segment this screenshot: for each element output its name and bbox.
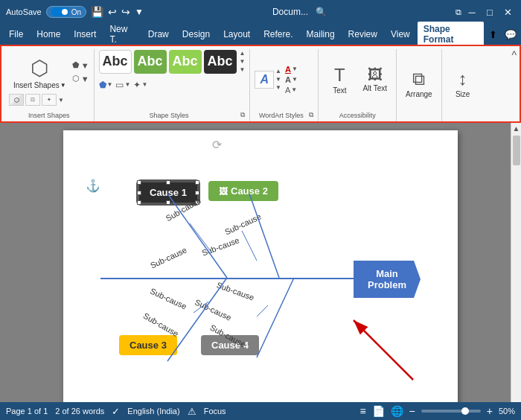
menu-shape-format[interactable]: Shape Format: [418, 22, 484, 47]
autosave-toggle[interactable]: [51, 7, 69, 16]
zoom-percent[interactable]: 50%: [499, 407, 515, 416]
ribbon-collapse-button[interactable]: ^: [511, 49, 517, 61]
menu-review[interactable]: Review: [342, 27, 383, 42]
text-outline-btn[interactable]: A ▼: [285, 75, 298, 84]
cause2-box[interactable]: 🖼 Cause 2: [208, 181, 278, 201]
title-bar: AutoSave On 💾 ↩ ↪ ▼ Docum... 🔍 ⧉ ─ □ ✕: [0, 0, 521, 24]
language-info: English (India): [127, 407, 179, 416]
diagram: Cause 1 🖼 Cause 2 Cause 3: [78, 145, 443, 398]
menu-layout[interactable]: Layout: [217, 27, 256, 42]
undo-icon[interactable]: ↩: [108, 6, 117, 18]
sub-cause-3: Sub-cause: [201, 235, 241, 257]
wordart-styles-group: A ▲ ▼ ▼ A ▼ A ▼ A ▼: [252, 49, 319, 121]
shape-style-black[interactable]: Abc: [204, 50, 237, 74]
alt-text-button[interactable]: 🖼 Alt Text: [358, 65, 391, 94]
shape-fill-dropdown[interactable]: ⬟ ▼: [99, 80, 113, 90]
accessibility-label: Accessibility: [323, 111, 391, 121]
view-mode-icon[interactable]: ≡: [359, 405, 365, 417]
accessibility-group: T Text 🖼 Alt Text Accessibility: [320, 49, 397, 121]
zoom-plus[interactable]: +: [487, 405, 493, 417]
redo-icon[interactable]: ↪: [121, 6, 130, 18]
menu-view[interactable]: View: [385, 27, 416, 42]
autosave-badge[interactable]: On: [46, 6, 86, 18]
text-button[interactable]: T Text: [323, 63, 356, 96]
shape-color-row: ⬡ ⊡ ✦ ▼: [9, 94, 64, 106]
cause2-icon: 🖼: [219, 186, 228, 197]
sub-cause-5: Sub-cause: [149, 286, 188, 311]
menu-insert[interactable]: Insert: [68, 27, 102, 42]
scroll-thumb[interactable]: [513, 136, 520, 165]
accessibility-check-icon[interactable]: ⚠: [188, 406, 196, 417]
insert-shapes-group: ⬡ Insert Shapes ▼ ⬟▼ ⬡▼: [6, 49, 95, 121]
maximize-button[interactable]: □: [482, 4, 497, 19]
arrange-label: Arrange: [406, 90, 432, 98]
autosave-label: AutoSave: [6, 7, 42, 16]
arrange-content: ⧉ Arrange: [401, 49, 437, 118]
zoom-slider[interactable]: [421, 410, 481, 413]
shape-styles-group: Abc Abc Abc Abc ▲ ▼ ▼ ⬟ ▼ ▭ ▼: [96, 49, 251, 121]
menu-refere[interactable]: Refere.: [258, 27, 298, 42]
wordart-expand[interactable]: ⧉: [309, 111, 313, 119]
arrange-group: ⧉ Arrange: [398, 49, 442, 121]
shape-style-yellow-green[interactable]: Abc: [169, 50, 202, 74]
wordart-more[interactable]: ▲ ▼ ▼: [275, 67, 281, 92]
menu-draw[interactable]: Draw: [142, 27, 175, 42]
shape-styles-expand[interactable]: ⧉: [240, 111, 245, 119]
shapes-dropdown-arrow: ▼: [60, 82, 66, 89]
close-button[interactable]: ✕: [500, 4, 515, 19]
menu-file[interactable]: File: [3, 27, 29, 42]
main-line: [100, 278, 361, 279]
svg-line-7: [257, 305, 268, 316]
wordart-preset[interactable]: A: [255, 71, 274, 89]
search-icon[interactable]: 🔍: [316, 7, 327, 17]
status-bar: Page 1 of 1 2 of 26 words ✓ English (Ind…: [0, 402, 521, 420]
text-effects-btn[interactable]: A ▼: [285, 86, 298, 95]
menu-mailing[interactable]: Mailing: [301, 27, 341, 42]
shape-styles-more[interactable]: ▲ ▼ ▼: [240, 49, 246, 74]
menu-home[interactable]: Home: [31, 27, 66, 42]
svg-line-1: [249, 194, 279, 278]
word-count: 2 of 26 words: [55, 407, 104, 416]
sub-cause-2: Sub-cause: [223, 211, 263, 236]
shape-effect-btn[interactable]: ✦: [42, 94, 57, 106]
print-layout-icon[interactable]: 📄: [372, 405, 385, 417]
text-icon: T: [334, 65, 345, 86]
shape-style-green[interactable]: Abc: [134, 50, 167, 74]
doc-name: Docum...: [272, 7, 308, 17]
cause3-label: Cause 3: [130, 340, 167, 351]
sub-cause-4: Sub-cause: [149, 245, 188, 270]
comment-icon[interactable]: 💬: [503, 27, 518, 42]
svg-line-5: [257, 278, 294, 357]
zoom-minus[interactable]: −: [409, 405, 415, 417]
shape-style-white[interactable]: Abc: [99, 50, 132, 74]
text-fill-btn[interactable]: A ▼: [285, 65, 298, 74]
scrollbar-right[interactable]: ▲ ▼: [511, 123, 521, 418]
arrange-button[interactable]: ⧉ Arrange: [401, 67, 437, 100]
shape-more-arrow[interactable]: ▼: [58, 94, 64, 106]
menu-newt[interactable]: New T.: [103, 22, 140, 47]
web-layout-icon[interactable]: 🌐: [391, 405, 403, 417]
cause3-box[interactable]: Cause 3: [119, 335, 177, 355]
shape-fill-btn[interactable]: ⬡: [9, 94, 24, 106]
restore-icon[interactable]: ⧉: [456, 7, 461, 17]
focus-mode[interactable]: Focus: [204, 407, 226, 416]
shape-type-1[interactable]: ⬟▼: [72, 60, 89, 70]
shape-type-2[interactable]: ⬡▼: [72, 74, 89, 83]
shape-effects-dropdown[interactable]: ✦ ▼: [133, 80, 147, 90]
wordart-content: A ▲ ▼ ▼ A ▼ A ▼ A ▼: [255, 49, 313, 111]
size-button[interactable]: ↕ Size: [447, 67, 479, 100]
main-problem-shape[interactable]: MainProblem: [354, 261, 421, 298]
customize-icon[interactable]: ▼: [135, 7, 144, 17]
autosave-on: On: [71, 8, 81, 16]
share-icon[interactable]: ⬆: [485, 27, 500, 42]
shapes-button[interactable]: ⬡ Insert Shapes ▼: [9, 53, 71, 91]
menu-design[interactable]: Design: [176, 27, 216, 42]
save-icon[interactable]: 💾: [91, 6, 103, 18]
cause2-label: Cause 2: [231, 185, 268, 197]
scroll-up-arrow[interactable]: ▲: [513, 124, 520, 133]
proofing-icon[interactable]: ✓: [112, 406, 120, 417]
shape-outline-btn[interactable]: ⊡: [25, 94, 40, 106]
zoom-thumb[interactable]: [461, 407, 469, 415]
shape-outline-dropdown[interactable]: ▭ ▼: [115, 80, 130, 90]
minimize-button[interactable]: ─: [464, 4, 479, 19]
